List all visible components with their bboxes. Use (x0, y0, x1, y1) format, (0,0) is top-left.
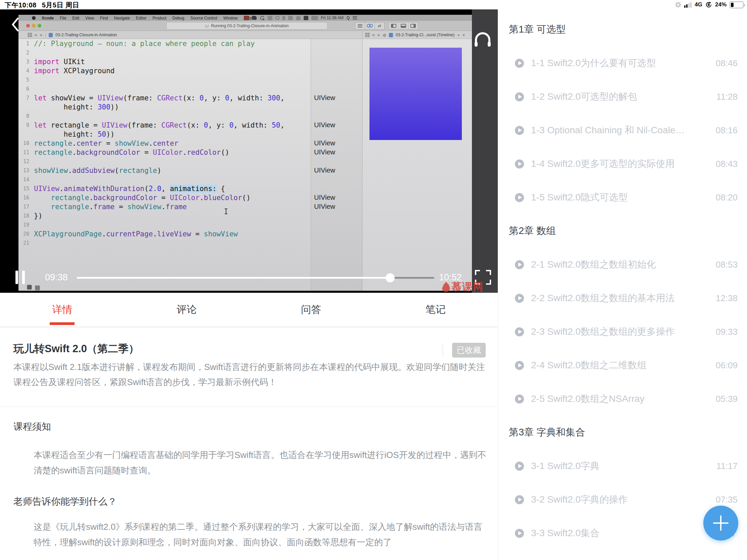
playground-result: UIView (314, 149, 335, 156)
forward-arrow-icon: > (40, 32, 43, 37)
mac-menu-file: File (60, 16, 66, 21)
play-icon (515, 294, 524, 303)
xcode-editor: 1//: Playground – noun: a place where pe… (19, 39, 472, 291)
progress-bar[interactable] (77, 277, 434, 279)
playground-result: UIView (314, 94, 335, 102)
favorited-button[interactable]: 已收藏 (452, 343, 486, 357)
progress-played (77, 277, 390, 279)
version-editor-button: ⇄ (375, 22, 385, 30)
playground-file-icon (389, 33, 393, 37)
xcode-activity-viewer: Running 03-2-Trailing-Closure-in-Animati… (166, 22, 328, 30)
assistant-editor-button (365, 22, 375, 30)
lesson-row[interactable]: 1-1 Swift2.0为什么要有可选型08:46 (498, 46, 747, 80)
lesson-title: 3-1 Swift2.0字典 (531, 460, 599, 472)
play-icon (515, 159, 524, 168)
mac-menu-find: Find (100, 16, 108, 21)
code-line: 2 (19, 48, 362, 57)
playground-result: UIView (314, 166, 335, 174)
line-number: 13 (19, 167, 34, 174)
lesson-row[interactable]: 1-5 Swift2.0隐式可选型08:20 (498, 181, 747, 214)
playground-result: UIView (314, 194, 335, 202)
code-line: 20XCPlaygroundPage.currentPage.liveView … (19, 229, 362, 238)
network-activity-spinner-icon (675, 2, 681, 8)
headphone-icon (473, 30, 492, 48)
lesson-row[interactable]: 2-5 Swift2.0数组之NSArray05:39 (498, 382, 747, 416)
line-number: 3 (19, 59, 34, 65)
play-icon (515, 92, 524, 101)
lesson-title: 3-3 Swift2.0集合 (531, 527, 599, 539)
back-arrow-icon: < (372, 32, 375, 37)
status-time: 下午10:08 (5, 1, 36, 9)
progress-knob[interactable] (386, 273, 395, 282)
tab-评论[interactable]: 评论 (125, 293, 249, 327)
lesson-duration: 08:20 (716, 192, 738, 203)
line-number: 21 (19, 240, 34, 246)
video-player[interactable]: XcodeFileEditViewFindNavigateEditorProdu… (0, 9, 498, 293)
mac-menu-items: XcodeFileEditViewFindNavigateEditorProdu… (35, 15, 252, 21)
play-icon (515, 327, 524, 337)
xcode-jump-bar: < > | 03-2-Trailing-Closure-in-Animation… (19, 31, 472, 39)
lesson-title: 1-5 Swift2.0隐式可选型 (531, 191, 628, 204)
play-icon (515, 126, 524, 135)
pause-button[interactable] (15, 271, 27, 284)
video-letterbox (472, 9, 498, 293)
add-icon: + (457, 32, 460, 37)
chapter-sidebar: 第1章 可选型1-1 Swift2.0为什么要有可选型08:461-2 Swif… (498, 9, 747, 560)
detail-tab-bar: 详情评论问答笔记 (0, 293, 498, 327)
audio-mode-button[interactable] (473, 30, 492, 48)
back-button[interactable] (11, 18, 21, 32)
line-number: 7 (19, 95, 34, 101)
standard-editor-button (355, 22, 365, 30)
apple-logo-icon (32, 16, 35, 20)
lesson-duration: 09:33 (716, 327, 738, 337)
lesson-duration: 06:09 (716, 360, 738, 371)
current-time: 09:38 (45, 272, 68, 283)
line-number: 5 (19, 77, 34, 83)
code-line: 16 rectangle.backgroundColor = UIColor.b… (19, 193, 362, 202)
dock-item-icon (35, 285, 40, 290)
tab-问答[interactable]: 问答 (249, 293, 374, 327)
lesson-duration: 05:39 (716, 394, 738, 404)
code-line: 12 (19, 157, 362, 166)
mac-clock: Fri 11:38 AM (321, 16, 343, 20)
zoom-traffic-light-icon (37, 24, 41, 28)
back-chevron-icon (11, 18, 19, 31)
jump-bar-left-filename: 03-2-Trailing-Closure-in-Animation (55, 32, 117, 37)
tab-笔记[interactable]: 笔记 (374, 293, 498, 327)
wifi-icon (296, 16, 301, 20)
code-line: 8 (19, 111, 362, 121)
download-fab-button[interactable] (703, 506, 738, 540)
lesson-title: 1-3 Optional Chaining 和 Nil-Coale… (531, 124, 685, 137)
line-number: 20 (19, 231, 34, 237)
watermark-text: 慕课网 (452, 280, 484, 293)
playground-live-view (362, 39, 472, 291)
playground-result: UIView (314, 121, 335, 129)
fullscreen-icon (475, 270, 480, 275)
divider (0, 406, 498, 406)
code-line: 5 (19, 75, 362, 84)
jump-bar-right-filename: 03-2-Trailing-Cl...ound (Timeline) (396, 32, 455, 37)
animated-view-square (369, 48, 462, 140)
minimize-traffic-light-icon (32, 24, 35, 28)
lesson-row[interactable]: 1-3 Optional Chaining 和 Nil-Coale…08:16 (498, 113, 747, 147)
mac-menu-edit: Edit (72, 16, 79, 21)
notice-section-title: 课程须知 (14, 420, 51, 433)
lesson-row[interactable]: 1-4 Swift2.0更多可选型的实际使用08:43 (498, 147, 747, 181)
line-number: 15 (19, 186, 34, 192)
mac-menu-xcode: Xcode (42, 16, 54, 21)
code-line: 10rectangle.center = showView.centerUIVi… (19, 139, 362, 148)
lesson-row[interactable]: 3-1 Swift2.0字典11:17 (498, 449, 747, 483)
lesson-row[interactable]: 1-2 Swift2.0可选型的解包11:28 (498, 80, 747, 113)
code-line: 11rectangle.backgroundColor = UIColor.re… (19, 148, 362, 157)
tab-label: 问答 (301, 303, 321, 317)
tab-详情[interactable]: 详情 (0, 293, 125, 327)
lesson-row[interactable]: 2-3 Swift2.0数组之数组的更多操作09:33 (498, 315, 747, 348)
watermark: 慕课网 (442, 280, 484, 293)
lesson-row[interactable]: 2-2 Swift2.0数组之数组的基本用法12:38 (498, 281, 747, 315)
lesson-row[interactable]: 2-1 Swift2.0数组之数组初始化08:53 (498, 248, 747, 281)
code-line: 21 (19, 238, 362, 247)
line-number: 11 (19, 150, 34, 156)
activity-text: Running 03-2-Trailing-Closure-in-Animati… (211, 24, 289, 28)
playground-file-icon (49, 33, 53, 37)
lesson-row[interactable]: 2-4 Swift2.0数组之二维数组06:09 (498, 348, 747, 382)
